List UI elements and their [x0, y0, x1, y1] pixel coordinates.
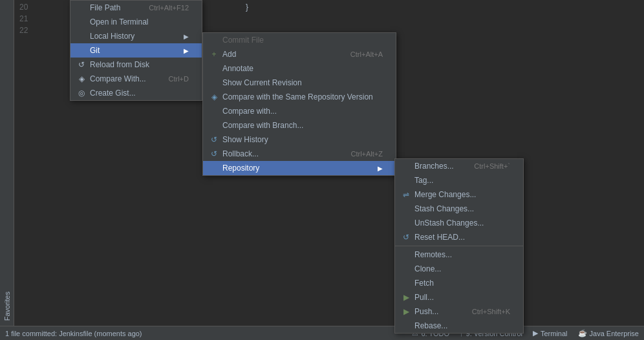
push-icon: ▶ [400, 307, 412, 316]
menu-item-annotate[interactable]: Annotate [203, 61, 396, 76]
menu-item-commit-file[interactable]: Commit File [203, 33, 396, 47]
status-bar: 1 file committed: Jenkinsfile (moments a… [0, 326, 644, 340]
menu-item-merge-changes[interactable]: ⇌ Merge Changes... [395, 187, 523, 202]
menu-item-show-history[interactable]: ↺ Show History [203, 133, 396, 147]
status-terminal[interactable]: ▶ Terminal [533, 329, 568, 337]
menu-item-open-in-terminal[interactable]: Open in Terminal [70, 15, 202, 29]
compare-icon: ◈ [76, 74, 87, 83]
java-icon: ☕ [578, 329, 587, 337]
menu-item-create-gist[interactable]: ◎ Create Gist... [70, 86, 202, 100]
menu-item-rollback[interactable]: ↺ Rollback... Ctrl+Alt+Z [203, 147, 396, 161]
menu-item-repository[interactable]: Repository ▶ [203, 161, 396, 175]
repository-arrow: ▶ [371, 165, 383, 172]
rollback-icon: ↺ [208, 149, 220, 158]
local-history-arrow: ▶ [177, 33, 189, 40]
menu-item-fetch[interactable]: Fetch [395, 276, 523, 290]
show-history-icon: ↺ [208, 135, 220, 144]
merge-icon: ⇌ [400, 190, 412, 199]
menu-item-compare-with[interactable]: ◈ Compare With... Ctrl+D [70, 72, 202, 86]
menu-item-add[interactable]: + Add Ctrl+Alt+A [203, 47, 396, 61]
menu-item-reset-head[interactable]: ↺ Reset HEAD... [395, 230, 523, 244]
menu-item-compare-same-repo[interactable]: ◈ Compare with the Same Repository Versi… [203, 90, 396, 104]
git-arrow: ▶ [177, 47, 189, 54]
menu-item-pull[interactable]: ▶ Pull... [395, 290, 523, 304]
menu-item-show-current-revision[interactable]: Show Current Revision [203, 76, 396, 90]
repository-submenu: Branches... Ctrl+Shift+` Tag... ⇌ Merge … [394, 158, 524, 334]
menu-item-git[interactable]: Git ▶ [70, 43, 202, 58]
menu-item-file-path[interactable]: File Path Ctrl+Alt+F12 [70, 1, 202, 15]
git-submenu: Commit File + Add Ctrl+Alt+A Annotate Sh… [202, 32, 396, 176]
separator-1 [395, 246, 523, 246]
add-icon: + [208, 50, 220, 59]
code-content: } [246, 0, 248, 13]
menu-item-reload-from-disk[interactable]: ↺ Reload from Disk [70, 58, 202, 72]
menu-item-stash-changes[interactable]: Stash Changes... [395, 202, 523, 216]
sidebar-tab-favorites[interactable]: Favorites [2, 286, 12, 326]
commit-message: 1 file committed: Jenkinsfile (moments a… [5, 330, 142, 337]
menu-item-push[interactable]: ▶ Push... Ctrl+Shift+K [395, 304, 523, 319]
reset-icon: ↺ [400, 233, 412, 242]
menu-item-local-history[interactable]: Local History ▶ [70, 29, 202, 43]
left-sidebar: Favorites [0, 0, 14, 326]
line-numbers: 20 21 22 [19, 0, 45, 39]
compare-repo-icon: ◈ [208, 92, 220, 101]
menu-item-tag[interactable]: Tag... [395, 173, 523, 187]
gist-icon: ◎ [76, 89, 87, 98]
pull-icon: ▶ [400, 293, 412, 302]
terminal-status-icon: ▶ [533, 329, 538, 337]
status-java-enterprise[interactable]: ☕ Java Enterprise [578, 329, 639, 337]
menu-item-remotes[interactable]: Remotes... [395, 248, 523, 262]
menu-item-rebase[interactable]: Rebase... [395, 319, 523, 333]
menu-item-clone[interactable]: Clone... [395, 262, 523, 276]
menu-item-compare-with-2[interactable]: Compare with... [203, 104, 396, 118]
menu-item-branches[interactable]: Branches... Ctrl+Shift+` [395, 159, 523, 173]
reload-icon: ↺ [76, 60, 87, 69]
menu-item-compare-with-branch[interactable]: Compare with Branch... [203, 118, 396, 133]
context-menu-level1: File Path Ctrl+Alt+F12 Open in Terminal … [70, 0, 202, 101]
menu-item-unstash-changes[interactable]: UnStash Changes... [395, 216, 523, 230]
